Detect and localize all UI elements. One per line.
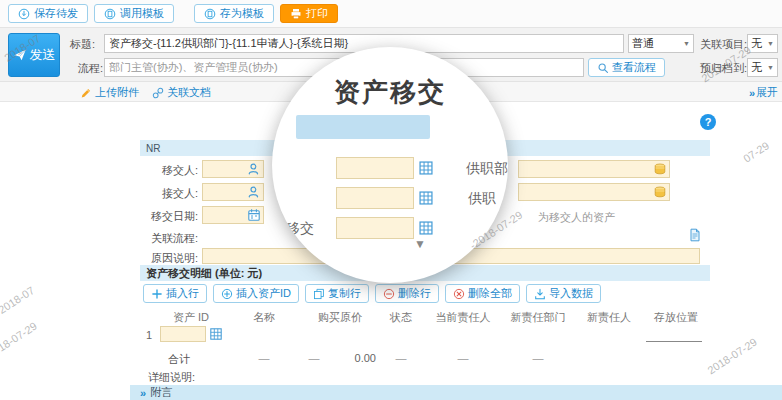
transferor-label: 移交人:	[140, 163, 198, 178]
total-name: —	[224, 352, 304, 364]
asset-id-picker-icon[interactable]	[209, 327, 223, 341]
send-button[interactable]: 发送	[8, 33, 60, 77]
receiver-input[interactable]	[202, 183, 264, 201]
total-price-dash: —	[304, 352, 324, 364]
total-new-dept: —	[500, 352, 576, 364]
transferor-input[interactable]	[202, 160, 264, 178]
expand-toggle[interactable]: » 展开	[749, 85, 778, 100]
use-template-icon	[104, 8, 116, 20]
transfer-date-input[interactable]	[202, 206, 264, 224]
related-flow-label: 关联流程:	[140, 231, 198, 246]
save-as-template-label: 存为模板	[220, 6, 264, 21]
lens-label-dept: 供职部	[466, 160, 508, 178]
prearchive-select[interactable]: 无 ▼	[747, 58, 778, 77]
related-project-label: 关联项目:	[700, 37, 747, 52]
delete-all-label: 删除全部	[468, 286, 512, 301]
org-picker-icon[interactable]	[653, 162, 667, 176]
total-status: —	[376, 352, 426, 364]
priority-caret-icon: ▼	[683, 40, 690, 47]
expand-chevron-icon: »	[749, 87, 755, 99]
copy-row-label: 复制行	[328, 286, 361, 301]
flow-label: 流程:	[78, 61, 103, 76]
view-flow-label: 查看流程	[612, 60, 656, 75]
insert-asset-id-button[interactable]: 插入资产ID	[213, 284, 299, 303]
lens-highlighted-field	[296, 115, 430, 139]
prearchive-value: 无	[751, 60, 762, 75]
link-document-label: 关联文档	[167, 85, 211, 100]
save-draft-icon	[18, 8, 30, 20]
lens-grid-icon-1	[418, 160, 434, 176]
person-picker-icon[interactable]	[247, 185, 261, 199]
top-toolbar: 保存待发 调用模板 存为模板 打印	[0, 0, 782, 28]
upload-attachment-link[interactable]: 上传附件	[80, 85, 139, 100]
row-index: 1	[140, 329, 158, 341]
receiver-label: 接交人:	[140, 186, 198, 201]
lens-field-3	[336, 217, 414, 239]
col-name: 名称	[224, 310, 304, 325]
detail-toolbar: 插入行 插入资产ID 复制行 删除行 删除全部 导入数据	[143, 284, 601, 303]
save-as-template-button[interactable]: 存为模板	[194, 4, 274, 23]
related-flow-doc-icon[interactable]	[688, 228, 702, 242]
priority-value: 普通	[632, 36, 654, 51]
table-header: 资产 ID 名称 购买原价 状态 当前责任人 新责任部门 新责任人 存放位置	[140, 310, 710, 325]
lens-grid-icon-2	[418, 190, 434, 206]
prearchive-caret-icon: ▼	[767, 64, 774, 71]
printer-icon	[290, 8, 302, 20]
save-draft-button[interactable]: 保存待发	[8, 4, 88, 23]
postscript-label: 附言	[150, 385, 172, 400]
related-project-caret-icon: ▼	[767, 40, 774, 47]
link-document-icon	[152, 87, 164, 99]
related-project-select[interactable]: 无 ▼	[747, 34, 778, 53]
save-as-template-icon	[204, 8, 216, 20]
download-icon	[534, 288, 546, 300]
transfer-date-label: 移交日期:	[140, 209, 198, 224]
org-picker-icon[interactable]	[653, 185, 667, 199]
insert-asset-id-label: 插入资产ID	[236, 286, 291, 301]
upload-attachment-label: 上传附件	[95, 85, 139, 100]
total-price: 0.00	[322, 352, 376, 364]
col-asset-id: 资产 ID	[158, 310, 224, 325]
lens-form-title: 资产移交	[272, 75, 508, 110]
help-icon[interactable]: ?	[700, 114, 716, 130]
lens-caret-icon: ▼	[414, 237, 426, 251]
person-picker-icon[interactable]	[247, 162, 261, 176]
prearchive-label: 预归档到:	[700, 61, 747, 76]
col-price: 购买原价	[304, 310, 376, 325]
col-index	[140, 310, 158, 325]
view-flow-button[interactable]: 查看流程	[588, 58, 665, 77]
copy-icon	[313, 288, 325, 300]
location-input[interactable]	[646, 314, 702, 342]
asset-id-input[interactable]	[160, 326, 206, 342]
x-circle-icon	[453, 288, 465, 300]
postscript-bar[interactable]: » 附言	[130, 385, 782, 400]
import-data-button[interactable]: 导入数据	[526, 284, 601, 303]
total-current-owner: —	[426, 352, 500, 364]
related-project-value: 无	[751, 36, 762, 51]
use-template-button[interactable]: 调用模板	[94, 4, 174, 23]
lens-field-2	[336, 187, 414, 209]
transferor-dept-input[interactable]	[518, 160, 670, 178]
total-label: 合计	[168, 352, 208, 367]
section-basic-label: NR	[146, 143, 160, 154]
save-draft-label: 保存待发	[34, 6, 78, 21]
delete-row-button[interactable]: 删除行	[375, 284, 439, 303]
col-new-dept: 新责任部门	[500, 310, 576, 325]
print-button[interactable]: 打印	[280, 4, 338, 23]
receiver-dept-input[interactable]	[518, 183, 670, 201]
copy-row-button[interactable]: 复制行	[305, 284, 369, 303]
insert-row-button[interactable]: 插入行	[143, 284, 207, 303]
lens-field-1	[336, 157, 414, 179]
use-template-label: 调用模板	[120, 6, 164, 21]
col-new-owner: 新责任人	[576, 310, 642, 325]
delete-all-button[interactable]: 删除全部	[445, 284, 520, 303]
detail-section-title: 资产移交明细 (单位: 元)	[146, 266, 262, 281]
send-label: 发送	[30, 46, 56, 64]
import-data-label: 导入数据	[549, 286, 593, 301]
link-document-link[interactable]: 关联文档	[152, 85, 211, 100]
transfer-note: 为移交人的资产	[538, 210, 615, 225]
print-label: 打印	[306, 6, 328, 21]
detail-note-label: 详细说明:	[148, 370, 195, 385]
calendar-icon[interactable]	[247, 208, 261, 222]
expand-label: 展开	[756, 85, 778, 100]
priority-select[interactable]: 普通 ▼	[628, 34, 694, 53]
